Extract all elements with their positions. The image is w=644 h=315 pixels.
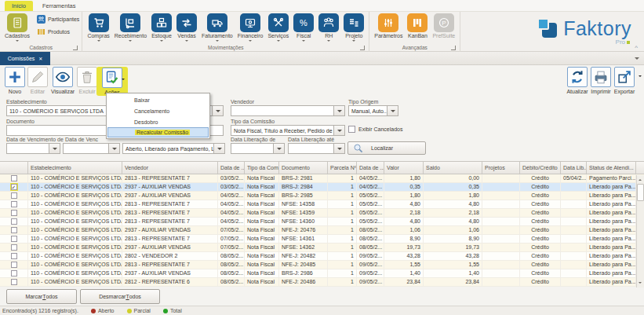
table-row[interactable]: 110 - COMÉRCIO E SERVIÇOS LTDA2937 - AUX… bbox=[0, 269, 644, 278]
ribbon-button-servicos[interactable]: Serviços bbox=[265, 12, 291, 43]
scrollbar-thumb[interactable] bbox=[637, 184, 644, 201]
tipo-comissao-combo[interactable]: Nota Fiscal, Título a Receber, Pedido de… bbox=[231, 125, 345, 136]
exibir-cancelados-checkbox[interactable]: Exibir Cancelados bbox=[348, 126, 402, 133]
exportar-button[interactable]: Exportar bbox=[611, 67, 638, 94]
table-row[interactable]: 110 - COMÉRCIO E SERVIÇOS LTDA2937 - AUX… bbox=[0, 192, 644, 200]
scroll-up-icon[interactable] bbox=[639, 178, 642, 181]
marcar-todos-button[interactable]: Marcar Todos bbox=[6, 289, 77, 304]
column-header-est[interactable]: Estabelecimento bbox=[28, 162, 122, 174]
checkbox-icon[interactable] bbox=[348, 126, 355, 133]
column-header-valor[interactable]: Valor bbox=[384, 162, 424, 174]
row-checkbox[interactable] bbox=[11, 227, 17, 233]
ribbon-button-vendas[interactable]: Vendas bbox=[174, 12, 199, 43]
table-row[interactable]: 110 - COMÉRCIO E SERVIÇOS LTDA2802 - VEN… bbox=[0, 252, 644, 261]
row-checkbox[interactable] bbox=[11, 262, 17, 268]
column-header-data_venc[interactable]: Data de ... bbox=[357, 162, 384, 174]
tab-inicio[interactable]: Início bbox=[5, 1, 33, 11]
column-header-sel[interactable] bbox=[0, 162, 28, 174]
close-icon[interactable]: ✕ bbox=[38, 56, 42, 61]
column-header-saldo[interactable]: Saldo bbox=[424, 162, 482, 174]
menu-item-baixar[interactable]: Baixar bbox=[107, 94, 209, 105]
ribbon-button-financeiro[interactable]: Financeiro bbox=[235, 12, 266, 43]
chevron-down-icon[interactable] bbox=[108, 144, 119, 153]
ribbon-button-compras[interactable]: Compras bbox=[85, 12, 111, 43]
vertical-scrollbar[interactable] bbox=[636, 175, 644, 288]
ribbon-button-recebimento[interactable]: Recebimento bbox=[112, 12, 149, 43]
menu-item-desdobro[interactable]: Desdobro bbox=[107, 116, 209, 127]
column-header-parcela[interactable]: Parcela Nº bbox=[328, 162, 357, 174]
ribbon-button-faturamento[interactable]: Faturamento bbox=[199, 12, 235, 43]
liberacao-ate-combo[interactable] bbox=[288, 143, 345, 154]
ribbon-button-participantes[interactable]: Participantes bbox=[37, 15, 79, 24]
table-row[interactable]: ✓110 - COMÉRCIO E SERVIÇOS LTDA2937 - AU… bbox=[0, 183, 644, 192]
novo-button[interactable]: Novo bbox=[2, 67, 27, 94]
ribbon-button-projeto[interactable]: Projeto bbox=[341, 12, 366, 43]
table-row[interactable]: 110 - COMÉRCIO E SERVIÇOS LTDA2813 - REP… bbox=[0, 261, 644, 269]
imprimir-button[interactable]: Imprimir bbox=[588, 67, 614, 94]
chevron-down-icon[interactable] bbox=[213, 144, 224, 153]
row-checkbox[interactable] bbox=[11, 244, 17, 251]
desmarcar-todos-button[interactable]: Desmarcar Todos bbox=[80, 289, 160, 304]
table-row[interactable]: 110 - COMÉRCIO E SERVIÇOS LTDA2813 - REP… bbox=[0, 235, 644, 244]
tipo-origem-combo[interactable]: Manual, Auto... bbox=[348, 105, 398, 116]
ribbon-button-produtos[interactable]: Produtos bbox=[37, 27, 79, 36]
table-row[interactable]: 110 - COMÉRCIO E SERVIÇOS LTDA2937 - AUX… bbox=[0, 226, 644, 235]
column-header-data_lib[interactable]: Data Lib... bbox=[561, 162, 587, 174]
column-header-doc[interactable]: Documento bbox=[279, 162, 328, 174]
menu-item-cancelamento[interactable]: Cancelamento bbox=[107, 105, 209, 116]
row-checkbox[interactable] bbox=[11, 175, 17, 181]
liberacao-de-combo[interactable] bbox=[231, 143, 285, 154]
table-row[interactable]: 110 - COMÉRCIO E SERVIÇOS LTDA2813 - REP… bbox=[0, 200, 644, 209]
ribbon-button-kanban[interactable]: KanBan bbox=[405, 12, 430, 38]
row-checkbox[interactable]: ✓ bbox=[11, 184, 17, 190]
tab-list-dropdown-icon[interactable] bbox=[635, 57, 639, 62]
column-header-tipo[interactable]: Tipo da Com... bbox=[245, 162, 279, 174]
table-row[interactable]: 110 - COMÉRCIO E SERVIÇOS LTDA2813 - REP… bbox=[0, 218, 644, 226]
row-checkbox[interactable] bbox=[11, 192, 17, 199]
chevron-down-icon[interactable] bbox=[49, 144, 60, 153]
row-checkbox[interactable] bbox=[11, 270, 17, 277]
chevron-down-icon[interactable] bbox=[387, 106, 398, 115]
localizar-button[interactable]: Localizar bbox=[347, 141, 426, 155]
tab-comissoes[interactable]: Comissões ✕ bbox=[0, 52, 50, 65]
acoes-button[interactable]: Ações bbox=[96, 67, 128, 96]
row-checkbox[interactable] bbox=[11, 279, 17, 285]
collapse-ribbon-icon[interactable]: ^ bbox=[635, 46, 638, 50]
table-row[interactable]: 110 - COMÉRCIO E SERVIÇOS LTDA2813 - REP… bbox=[0, 209, 644, 218]
scroll-down-icon[interactable] bbox=[639, 282, 642, 285]
row-checkbox[interactable] bbox=[11, 253, 17, 259]
chevron-down-icon[interactable] bbox=[273, 144, 284, 153]
ribbon-button-rh[interactable]: RH bbox=[316, 12, 341, 43]
column-header-vend[interactable]: Vendedor bbox=[122, 162, 218, 174]
row-checkbox[interactable] bbox=[11, 201, 17, 207]
dialog-launcher-icon[interactable] bbox=[360, 46, 365, 50]
ribbon-button-cadastros[interactable]: Cadastros bbox=[2, 12, 32, 43]
chevron-down-icon[interactable] bbox=[212, 106, 223, 115]
tab-ferramentas[interactable]: Ferramentas bbox=[35, 1, 83, 11]
column-header-debito[interactable]: Débito/Crédito bbox=[520, 162, 561, 174]
table-row[interactable]: 110 - COMÉRCIO E SERVIÇOS LTDA2937 - AUX… bbox=[0, 244, 644, 252]
row-checkbox[interactable] bbox=[11, 218, 17, 225]
chevron-down-icon[interactable] bbox=[333, 144, 344, 153]
chevron-down-icon[interactable] bbox=[333, 106, 344, 115]
vendedor-combo[interactable] bbox=[231, 105, 345, 116]
dialog-launcher-icon[interactable] bbox=[73, 46, 78, 50]
column-header-status[interactable]: Status de Atendi... bbox=[587, 162, 636, 174]
ribbon-button-parametros[interactable]: Parâmetros bbox=[372, 12, 405, 38]
menu-item-recalcular-comissao[interactable]: Recalcular Comissão bbox=[107, 127, 209, 137]
dialog-launcher-icon[interactable] bbox=[451, 46, 456, 50]
venc-de-combo[interactable] bbox=[6, 143, 60, 154]
column-header-projetos[interactable]: Projetos bbox=[482, 162, 520, 174]
export-menu-dropdown-icon[interactable] bbox=[639, 75, 642, 79]
status-combo[interactable]: Aberto, Liberado para Pagamento, Li... bbox=[122, 143, 225, 154]
ribbon-button-fiscal[interactable]: % Fiscal bbox=[291, 12, 316, 43]
table-row[interactable]: 110 - COMÉRCIO E SERVIÇOS LTDA2813 - REP… bbox=[0, 174, 644, 183]
table-row[interactable]: 110 - COMÉRCIO E SERVIÇOS LTDA2812 - REP… bbox=[0, 278, 644, 287]
ribbon-button-estoque[interactable]: Estoque bbox=[149, 12, 174, 43]
visualizar-button[interactable]: Visualizar bbox=[49, 67, 77, 94]
row-checkbox[interactable] bbox=[11, 236, 17, 242]
venc-ate-combo[interactable] bbox=[63, 143, 120, 154]
chevron-down-icon[interactable] bbox=[333, 126, 344, 135]
column-header-data_doc[interactable]: Data de ... bbox=[218, 162, 245, 174]
row-checkbox[interactable] bbox=[11, 210, 17, 216]
